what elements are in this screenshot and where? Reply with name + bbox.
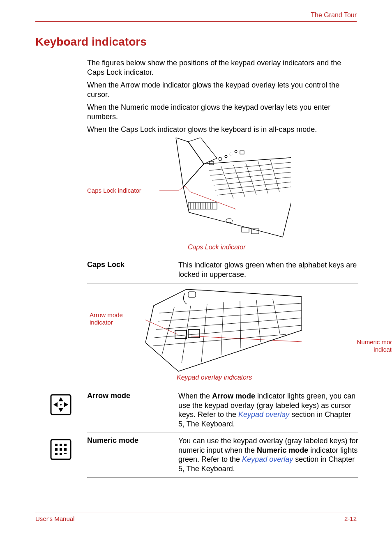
def-desc: This indicator glows green when the alph…: [178, 260, 358, 279]
numeric-mode-icon: [50, 439, 71, 460]
svg-rect-64: [60, 448, 62, 451]
header-rule: [35, 21, 357, 22]
footer-rule: [35, 513, 357, 513]
svg-line-13: [246, 163, 256, 195]
svg-line-6: [210, 167, 291, 175]
figure1-caption: Caps Lock indicator: [188, 244, 246, 251]
svg-line-39: [159, 303, 302, 313]
intro-paragraph: When the Caps Lock indicator glows the k…: [87, 125, 358, 134]
svg-marker-54: [58, 397, 63, 401]
svg-line-15: [270, 160, 279, 192]
def-term: Arrow mode: [87, 391, 168, 428]
footer-page-number: 2-12: [344, 515, 357, 522]
svg-rect-66: [55, 453, 58, 455]
svg-rect-68: [64, 453, 67, 454]
svg-marker-57: [64, 402, 68, 407]
keypad-overlay-link[interactable]: Keypad overlay: [242, 455, 293, 463]
svg-point-30: [219, 157, 222, 161]
svg-point-31: [225, 155, 227, 158]
svg-rect-67: [60, 453, 62, 455]
def-desc: When the Arrow mode indicator lights gre…: [178, 391, 358, 428]
table-rule: [87, 257, 358, 257]
table-rule: [87, 283, 358, 283]
svg-rect-38: [188, 292, 196, 297]
figure1-callout: Caps Lock indicator: [87, 187, 141, 194]
svg-line-48: [240, 301, 241, 348]
table-rule: [87, 433, 358, 433]
svg-line-12: [233, 165, 245, 197]
def-desc: You can use the keypad overlay (gray lab…: [178, 436, 358, 473]
footer-manual-name: User's Manual: [35, 515, 74, 522]
definition-numeric-mode: Numeric mode You can use the keypad over…: [87, 436, 358, 473]
table-rule: [87, 477, 358, 478]
svg-point-27: [226, 219, 233, 223]
intro-paragraph: When the Numeric mode indicator glows th…: [87, 103, 358, 122]
svg-line-9: [215, 182, 291, 190]
laptop-drawing-icon: [159, 138, 291, 243]
svg-line-45: [182, 306, 191, 363]
keyboard-closeup-icon: [145, 289, 302, 373]
svg-rect-51: [175, 330, 187, 339]
header-chapter: The Grand Tour: [311, 12, 357, 19]
figure-caps-lock: Caps Lock indicator: [87, 138, 358, 253]
svg-line-8: [214, 177, 291, 185]
intro-paragraph: When the Arrow mode indicator glows the …: [87, 81, 358, 99]
figure2-caption: Keypad overlay indicators: [177, 374, 252, 381]
keypad-overlay-link[interactable]: Keypad overlay: [238, 410, 289, 419]
figure2-callout-left: Arrow modeindicator: [90, 311, 123, 326]
svg-rect-35: [240, 151, 244, 154]
svg-rect-62: [64, 444, 67, 446]
svg-rect-65: [64, 448, 67, 451]
svg-marker-55: [58, 408, 63, 412]
svg-line-37: [191, 336, 302, 342]
svg-line-44: [162, 307, 174, 355]
intro-paragraph: The figures below show the positions of …: [87, 58, 358, 77]
svg-line-14: [258, 161, 268, 193]
svg-marker-4: [183, 157, 291, 237]
figure2-callout-right: Numeric modeindicator: [357, 339, 392, 353]
svg-marker-56: [53, 402, 58, 407]
svg-line-11: [221, 166, 233, 198]
section-title: Keyboard indicators: [35, 35, 357, 48]
svg-line-50: [273, 299, 280, 335]
definition-arrow-mode: Arrow mode When the Arrow mode indicator…: [87, 391, 358, 428]
svg-rect-63: [55, 448, 58, 451]
svg-rect-61: [60, 444, 62, 446]
svg-marker-3: [188, 138, 217, 164]
svg-point-58: [60, 404, 62, 405]
svg-point-33: [235, 150, 237, 153]
arrow-mode-icon: [50, 394, 71, 415]
table-rule: [87, 388, 358, 388]
svg-rect-60: [55, 444, 58, 446]
definition-caps-lock: Caps Lock This indicator glows green whe…: [87, 260, 358, 279]
figure-keypad-overlay: Arrow modeindicator Numeric modeindicato…: [87, 289, 358, 384]
svg-line-47: [221, 302, 224, 355]
def-term: Caps Lock: [87, 260, 168, 279]
svg-point-32: [230, 153, 232, 155]
def-term: Numeric mode: [87, 436, 168, 473]
